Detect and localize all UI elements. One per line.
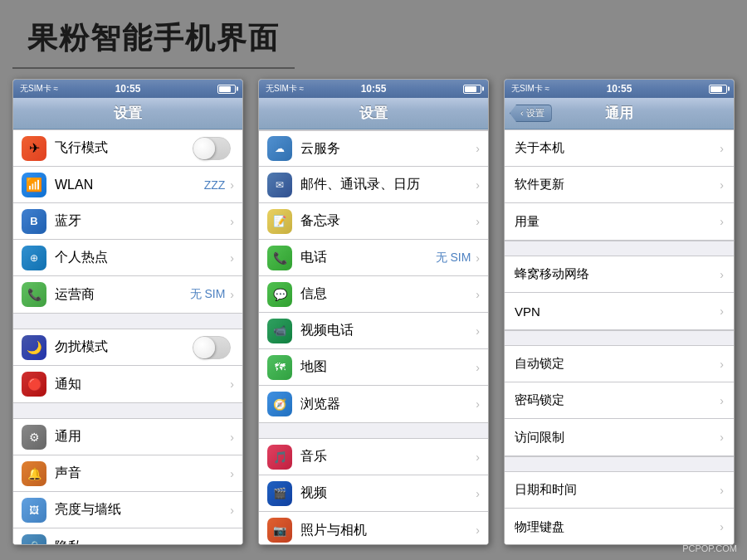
passcode-label: 密码锁定: [515, 392, 720, 408]
videos-chevron: ›: [476, 487, 480, 500]
status-left-2: 无SIM卡 ≈: [266, 83, 304, 95]
row-cloud[interactable]: ☁ 云服务 ›: [259, 130, 488, 167]
row-wallpaper[interactable]: 🖼 亮度与墙纸 ›: [13, 492, 242, 528]
row-donotdisturb[interactable]: 🌙 勿扰模式: [13, 329, 242, 366]
usage-chevron: ›: [720, 215, 724, 228]
status-time-3: 10:55: [607, 83, 632, 95]
datetime-label: 日期和时间: [515, 482, 720, 498]
row-datetime[interactable]: 日期和时间 ›: [505, 472, 734, 509]
row-hotspot[interactable]: ⊕ 个人热点 ›: [13, 240, 242, 276]
maps-icon: 🗺: [267, 355, 292, 380]
phone-value: 无 SIM: [436, 251, 471, 265]
wallpaper-label: 亮度与墙纸: [55, 501, 230, 519]
phones-container: 无SIM卡 ≈ 10:55 设置 ✈ 飞行模式: [0, 79, 747, 545]
phone1-scroll[interactable]: ✈ 飞行模式 📶 WLAN ZZZ › B 蓝牙 ›: [13, 129, 242, 544]
photos-label: 照片与相机: [300, 522, 476, 539]
messages-icon: 💬: [267, 282, 292, 307]
row-bluetooth[interactable]: B 蓝牙 ›: [13, 203, 242, 240]
bluetooth-chevron: ›: [230, 215, 234, 228]
row-maps[interactable]: 🗺 地图 ›: [259, 349, 488, 386]
notifications-chevron: ›: [230, 377, 234, 391]
maps-label: 地图: [300, 358, 476, 376]
row-cellular[interactable]: 蜂窝移动网络 ›: [505, 256, 734, 293]
safari-label: 浏览器: [300, 396, 476, 413]
status-time-1: 10:55: [115, 83, 141, 95]
row-vpn[interactable]: VPN ›: [505, 293, 734, 329]
hotspot-label: 个人热点: [55, 249, 230, 266]
row-usage[interactable]: 用量 ›: [505, 203, 734, 240]
row-general[interactable]: ⚙ 通用 ›: [13, 419, 242, 455]
row-passcode[interactable]: 密码锁定 ›: [505, 382, 734, 419]
facetime-icon: 📹: [267, 319, 292, 343]
row-mail[interactable]: ✉ 邮件、通讯录、日历 ›: [259, 167, 488, 203]
row-phone[interactable]: 📞 电话 无 SIM ›: [259, 240, 488, 276]
cloud-icon: ☁: [267, 136, 292, 161]
donotdisturb-toggle[interactable]: [193, 336, 231, 359]
status-bar-3: 无SIM卡 ≈ 10:55: [505, 80, 734, 98]
bluetooth-label: 蓝牙: [55, 212, 230, 230]
row-facetime[interactable]: 📹 视频电话 ›: [259, 313, 488, 349]
phone-1: 无SIM卡 ≈ 10:55 设置 ✈ 飞行模式: [12, 79, 243, 545]
row-safari[interactable]: 🧭 浏览器 ›: [259, 386, 488, 422]
notes-icon: 📝: [267, 209, 292, 234]
airplane-toggle[interactable]: [193, 137, 231, 160]
wifi-icon: 📶: [22, 173, 46, 197]
phone3-scroll[interactable]: 关于本机 › 软件更新 › 用量 › 蜂窝移动网络 ›: [505, 129, 734, 544]
gap3-2: [505, 330, 734, 345]
sound-label: 声音: [55, 465, 230, 482]
hotspot-chevron: ›: [230, 251, 234, 265]
battery-icon-2: [463, 85, 481, 94]
back-button-3[interactable]: ‹ 设置: [510, 105, 552, 122]
update-label: 软件更新: [515, 177, 720, 192]
row-about[interactable]: 关于本机 ›: [505, 130, 734, 167]
row-airplane[interactable]: ✈ 飞行模式: [13, 130, 242, 167]
row-sound[interactable]: 🔔 声音 ›: [13, 455, 242, 492]
row-notifications[interactable]: 🔴 通知 ›: [13, 366, 242, 402]
status-bar-2: 无SIM卡 ≈ 10:55: [259, 80, 488, 98]
hotspot-icon: ⊕: [22, 246, 46, 270]
battery-icon-3: [709, 85, 727, 94]
row-notes[interactable]: 📝 备忘录 ›: [259, 203, 488, 240]
autolock-label: 自动锁定: [515, 356, 720, 372]
bluetooth-icon: B: [22, 209, 46, 234]
phone2-scroll[interactable]: ☁ 云服务 › ✉ 邮件、通讯录、日历 › 📝 备忘录 › 📞 电话: [259, 129, 488, 544]
row-autolock[interactable]: 自动锁定 ›: [505, 346, 734, 382]
row-music[interactable]: 🎵 音乐 ›: [259, 439, 488, 475]
phone2-group2: 🎵 音乐 › 🎬 视频 › 📷 照片与相机 ›: [259, 438, 488, 544]
wlan-label: WLAN: [55, 178, 204, 192]
page-title-text: 果粉智能手机界面: [12, 8, 295, 69]
facetime-chevron: ›: [476, 324, 480, 338]
row-restrictions[interactable]: 访问限制 ›: [505, 419, 734, 455]
general-chevron: ›: [230, 431, 234, 444]
safari-chevron: ›: [476, 397, 480, 411]
videos-icon: 🎬: [267, 481, 292, 506]
privacy-label-p1: 隐私: [55, 538, 230, 545]
maps-chevron: ›: [476, 361, 480, 374]
vpn-chevron: ›: [720, 304, 724, 318]
phone2-group1: ☁ 云服务 › ✉ 邮件、通讯录、日历 › 📝 备忘录 › 📞 电话: [259, 129, 488, 423]
carrier-value: 无 SIM: [190, 287, 226, 302]
donotdisturb-icon: 🌙: [22, 335, 46, 360]
nav-bar-1: 设置: [13, 98, 242, 129]
row-update[interactable]: 软件更新 ›: [505, 167, 734, 203]
row-videos[interactable]: 🎬 视频 ›: [259, 475, 488, 512]
usage-label: 用量: [515, 214, 720, 230]
status-left-1: 无SIM卡 ≈: [20, 83, 58, 95]
row-carrier[interactable]: 📞 运营商 无 SIM ›: [13, 276, 242, 313]
status-bar-1: 无SIM卡 ≈ 10:55: [13, 80, 242, 98]
phone-chevron: ›: [476, 251, 480, 265]
wallpaper-icon: 🖼: [22, 498, 46, 523]
phone-3: 无SIM卡 ≈ 10:55 ‹ 设置 通用 关于本机 ›: [504, 79, 735, 545]
phone1-group2: 🌙 勿扰模式 🔴 通知 ›: [13, 329, 242, 403]
row-privacy[interactable]: 🔒 隐私 ›: [13, 528, 242, 544]
row-photos[interactable]: 📷 照片与相机 ›: [259, 512, 488, 544]
mail-chevron: ›: [476, 178, 480, 192]
sound-icon: 🔔: [22, 461, 46, 486]
row-messages[interactable]: 💬 信息 ›: [259, 276, 488, 313]
photos-icon: 📷: [267, 518, 292, 543]
messages-chevron: ›: [476, 288, 480, 301]
airplane-icon: ✈: [22, 136, 46, 161]
row-wlan[interactable]: 📶 WLAN ZZZ ›: [13, 167, 242, 203]
watermark: ⊙ 泡泡网 PCPOP.COM: [682, 528, 737, 553]
carrier-icon: 📞: [22, 282, 46, 307]
